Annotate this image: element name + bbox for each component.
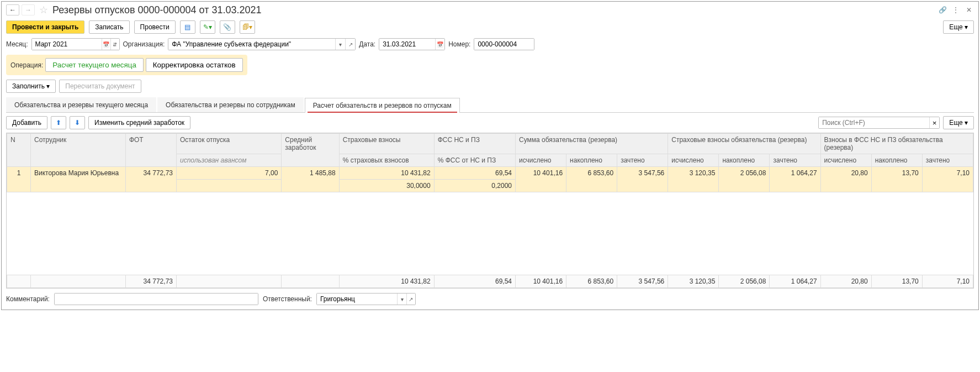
- search-clear-button[interactable]: ×: [929, 117, 939, 128]
- col-ins-calc[interactable]: исчислено: [668, 154, 719, 167]
- col-fss-oblig[interactable]: Взносы в ФСС НС и ПЗ обязательства (резе…: [820, 134, 973, 154]
- responsible-label: Ответственный:: [263, 295, 312, 303]
- date-calendar-icon[interactable]: 📅: [435, 39, 444, 50]
- search-input[interactable]: [819, 117, 929, 128]
- recalc-button[interactable]: Пересчитать документ: [59, 80, 141, 93]
- col-fot[interactable]: ФОТ: [125, 134, 176, 167]
- close-icon[interactable]: ✕: [964, 5, 974, 15]
- responsible-input[interactable]: [317, 294, 397, 305]
- total-fot: 34 772,73: [125, 275, 176, 288]
- cell-balance-sub: [176, 180, 281, 192]
- col-ins-accum[interactable]: накоплено: [719, 154, 770, 167]
- edit-avg-button[interactable]: Изменить средний заработок: [88, 116, 190, 129]
- favorite-star-icon[interactable]: ☆: [39, 4, 48, 16]
- forward-button[interactable]: →: [22, 4, 35, 15]
- attach-icon[interactable]: 📎: [220, 20, 235, 34]
- col-ins-sub[interactable]: % страховых взносов: [339, 154, 434, 167]
- move-down-button[interactable]: ⬇: [70, 116, 85, 129]
- operation-label: Операция:: [10, 61, 43, 69]
- link-icon[interactable]: 🔗: [937, 5, 947, 15]
- comment-label: Комментарий:: [6, 295, 50, 303]
- move-up-button[interactable]: ⬆: [51, 116, 66, 129]
- total-fss-calc: 20,80: [820, 275, 871, 288]
- col-sum-offset[interactable]: зачтено: [617, 154, 668, 167]
- col-ins[interactable]: Страховые взносы: [339, 134, 434, 154]
- post-and-close-button[interactable]: Провести и закрыть: [6, 20, 84, 34]
- col-balance[interactable]: Остаток отпуска: [176, 134, 281, 154]
- cell-ins-calc: 3 120,35: [668, 167, 719, 192]
- col-sum-calc[interactable]: исчислено: [515, 154, 566, 167]
- search-field[interactable]: ×: [818, 117, 940, 129]
- col-fss-calc[interactable]: исчислено: [820, 154, 871, 167]
- header-fields: Месяц: 📅 ⇵ Организация: ▾ ↗ Дата: 📅 Номе…: [2, 36, 978, 53]
- org-field[interactable]: ▾ ↗: [168, 38, 356, 50]
- main-toolbar: Провести и закрыть Записать Провести ▤ ✎…: [2, 18, 978, 36]
- col-fss[interactable]: ФСС НС и ПЗ: [434, 134, 515, 154]
- month-field[interactable]: 📅 ⇵: [31, 38, 120, 50]
- cell-sum-accum: 6 853,60: [566, 167, 617, 192]
- month-calendar-icon[interactable]: 📅: [102, 39, 110, 50]
- tab-toolbar: Добавить ⬆ ⬇ Изменить средний заработок …: [2, 113, 978, 133]
- comment-field[interactable]: [54, 293, 258, 305]
- more-button[interactable]: Еще ▾: [943, 20, 974, 34]
- cell-fot: 34 772,73: [125, 167, 176, 192]
- copy-icon[interactable]: 🗐▾: [240, 20, 255, 34]
- org-input[interactable]: [168, 39, 335, 50]
- number-input[interactable]: [474, 39, 534, 50]
- col-ins-oblig[interactable]: Страховые взносы обязательства (резерва): [668, 134, 820, 154]
- total-ins-calc: 3 120,35: [668, 275, 719, 288]
- tabs: Обязательства и резервы текущего месяца …: [6, 97, 974, 113]
- register-records-icon[interactable]: ▤: [180, 20, 195, 34]
- total-sum-accum: 6 853,60: [566, 275, 617, 288]
- page-title: Резервы отпусков 0000-000004 от 31.03.20…: [52, 4, 262, 16]
- number-label: Номер:: [448, 40, 470, 48]
- responsible-field[interactable]: ▾ ↗: [316, 293, 416, 305]
- month-stepper-icon[interactable]: ⇵: [110, 39, 119, 50]
- cell-n: 1: [7, 167, 31, 192]
- col-fss-offset[interactable]: зачтено: [922, 154, 973, 167]
- date-field[interactable]: 📅: [379, 38, 445, 50]
- col-sum-accum[interactable]: накоплено: [566, 154, 617, 167]
- cell-fss-pct: 0,2000: [434, 180, 515, 192]
- date-input[interactable]: [379, 39, 435, 50]
- org-open-icon[interactable]: ↗: [345, 39, 355, 50]
- responsible-dropdown-icon[interactable]: ▾: [397, 294, 406, 305]
- col-fss-accum[interactable]: накоплено: [871, 154, 922, 167]
- org-label: Организация:: [123, 40, 165, 48]
- tab-vacation-calc[interactable]: Расчет обязательств и резервов по отпуск…: [305, 98, 460, 113]
- tab-current-month[interactable]: Обязательства и резервы текущего месяца: [6, 97, 156, 112]
- table-header: N Сотрудник ФОТ Остаток отпуска Средний …: [7, 134, 973, 167]
- month-input[interactable]: [32, 39, 102, 50]
- col-balance-sub[interactable]: использован авансом: [176, 154, 281, 167]
- col-employee[interactable]: Сотрудник: [30, 134, 125, 167]
- org-dropdown-icon[interactable]: ▾: [335, 39, 345, 50]
- write-button[interactable]: Записать: [89, 20, 129, 34]
- col-sum-oblig[interactable]: Сумма обязательства (резерва): [515, 134, 668, 154]
- total-sum-offset: 3 547,56: [617, 275, 668, 288]
- op-adjust-balance-button[interactable]: Корректировка остатков: [146, 58, 243, 72]
- comment-input[interactable]: [55, 294, 258, 305]
- col-fss-sub[interactable]: % ФСС от НС и ПЗ: [434, 154, 515, 167]
- post-button[interactable]: Провести: [134, 20, 176, 34]
- col-avg[interactable]: Средний заработок: [282, 134, 339, 167]
- print-pencil-icon[interactable]: ✎▾: [200, 20, 215, 34]
- col-ins-offset[interactable]: зачтено: [770, 154, 820, 167]
- titlebar: ← → ☆ Резервы отпусков 0000-000004 от 31…: [2, 2, 978, 18]
- more-icon[interactable]: ⋮: [951, 5, 961, 15]
- total-sum-calc: 10 401,16: [515, 275, 566, 288]
- responsible-open-icon[interactable]: ↗: [406, 294, 415, 305]
- back-button[interactable]: ←: [6, 4, 19, 15]
- tab-by-employee[interactable]: Обязательства и резервы по сотрудникам: [157, 97, 304, 112]
- cell-ins-offset: 1 064,27: [770, 167, 820, 192]
- fill-button[interactable]: Заполнить ▾: [6, 80, 56, 93]
- cell-ins-pct: 30,0000: [339, 180, 434, 192]
- cell-fss: 69,54: [434, 167, 515, 180]
- footer: Комментарий: Ответственный: ▾ ↗: [2, 289, 978, 310]
- tab-more-button[interactable]: Еще ▾: [943, 116, 974, 129]
- op-calc-current-button[interactable]: Расчет текущего месяца: [45, 58, 144, 72]
- table-row[interactable]: 1 Викторова Мария Юрьевна 34 772,73 7,00…: [7, 167, 973, 180]
- number-field[interactable]: [474, 38, 534, 50]
- total-ins-offset: 1 064,27: [770, 275, 820, 288]
- col-n[interactable]: N: [7, 134, 31, 167]
- add-button[interactable]: Добавить: [6, 116, 47, 129]
